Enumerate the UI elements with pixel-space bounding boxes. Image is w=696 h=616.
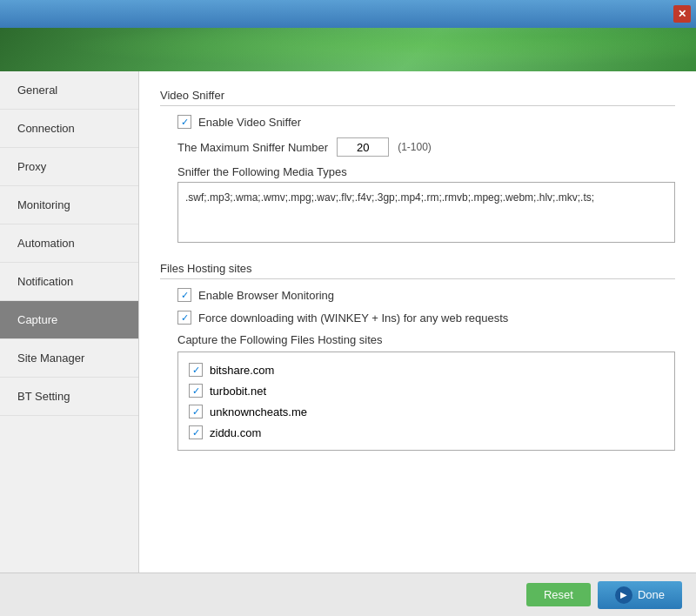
turbobit-label: turbobit.net xyxy=(210,385,266,398)
force-downloading-row[interactable]: Force downloading with (WINKEY + Ins) fo… xyxy=(177,311,675,325)
main-container: General Connection Proxy Monitoring Auto… xyxy=(0,71,696,572)
sniffer-range-hint: (1-100) xyxy=(398,141,432,153)
done-icon: ▶ xyxy=(615,586,632,604)
turbobit-checkbox[interactable] xyxy=(189,384,203,398)
enable-browser-monitoring-label: Enable Browser Monitoring xyxy=(198,289,334,302)
list-item[interactable]: ziddu.com xyxy=(189,422,664,443)
files-hosting-section: Files Hosting sites Enable Browser Monit… xyxy=(160,262,675,451)
sidebar-item-bt-setting[interactable]: BT Setting xyxy=(0,378,138,416)
media-types-label: Sniffer the Following Media Types xyxy=(177,165,675,178)
video-sniffer-title: Video Sniffer xyxy=(160,89,675,106)
sidebar-item-general[interactable]: General xyxy=(0,71,138,110)
video-sniffer-section: Video Sniffer Enable Video Sniffer The M… xyxy=(160,89,675,243)
sidebar-label-capture: Capture xyxy=(17,313,57,326)
bottom-bar: Reset ▶ Done xyxy=(0,572,696,616)
sidebar-label-general: General xyxy=(17,84,57,97)
sidebar-label-site-manager: Site Manager xyxy=(17,352,84,365)
capture-list-label: Capture the Following Files Hosting site… xyxy=(177,333,675,346)
max-sniffer-input[interactable] xyxy=(337,137,389,157)
sidebar-label-bt-setting: BT Setting xyxy=(17,390,70,403)
force-downloading-checkbox[interactable] xyxy=(177,311,191,325)
content-area: Video Sniffer Enable Video Sniffer The M… xyxy=(139,71,696,572)
unknowncheats-checkbox[interactable] xyxy=(189,405,203,418)
close-icon: ✕ xyxy=(678,8,686,20)
enable-video-sniffer-row[interactable]: Enable Video Sniffer xyxy=(177,115,675,129)
enable-video-sniffer-checkbox[interactable] xyxy=(177,115,191,129)
reset-button[interactable]: Reset xyxy=(526,583,591,606)
sidebar-label-proxy: Proxy xyxy=(17,160,46,173)
enable-browser-monitoring-row[interactable]: Enable Browser Monitoring xyxy=(177,288,675,302)
sidebar-item-connection[interactable]: Connection xyxy=(0,110,138,148)
title-bar: ✕ xyxy=(0,0,696,28)
sidebar-label-notification: Notification xyxy=(17,275,73,288)
done-label: Done xyxy=(638,588,665,601)
sidebar-item-automation[interactable]: Automation xyxy=(0,224,138,263)
max-sniffer-row: The Maximum Sniffer Number (1-100) xyxy=(177,137,675,157)
capture-list: bitshare.com turbobit.net unknowncheats.… xyxy=(177,352,675,451)
files-hosting-title: Files Hosting sites xyxy=(160,262,675,279)
bitshare-checkbox[interactable] xyxy=(189,363,203,377)
ziddu-label: ziddu.com xyxy=(210,426,261,439)
ziddu-checkbox[interactable] xyxy=(189,425,203,439)
enable-video-sniffer-label: Enable Video Sniffer xyxy=(198,116,301,129)
media-types-box[interactable]: .swf;.mp3;.wma;.wmv;.mpg;.wav;.flv;.f4v;… xyxy=(177,182,675,243)
sidebar-label-monitoring: Monitoring xyxy=(17,198,70,211)
sidebar-label-connection: Connection xyxy=(17,122,75,135)
sidebar-item-notification[interactable]: Notification xyxy=(0,263,138,301)
list-item[interactable]: unknowncheats.me xyxy=(189,401,664,422)
video-sniffer-inner: Enable Video Sniffer The Maximum Sniffer… xyxy=(160,115,675,243)
bitshare-label: bitshare.com xyxy=(210,364,274,377)
close-button[interactable]: ✕ xyxy=(673,5,691,23)
max-sniffer-label: The Maximum Sniffer Number xyxy=(177,141,328,154)
sidebar-item-proxy[interactable]: Proxy xyxy=(0,148,138,186)
enable-browser-monitoring-checkbox[interactable] xyxy=(177,288,191,302)
sidebar: General Connection Proxy Monitoring Auto… xyxy=(0,71,139,572)
sidebar-label-automation: Automation xyxy=(17,237,75,250)
done-button[interactable]: ▶ Done xyxy=(598,581,682,609)
sidebar-item-site-manager[interactable]: Site Manager xyxy=(0,339,138,378)
list-item[interactable]: turbobit.net xyxy=(189,380,664,401)
unknowncheats-label: unknowncheats.me xyxy=(210,405,307,418)
header-image xyxy=(0,28,696,71)
list-item[interactable]: bitshare.com xyxy=(189,359,664,380)
files-hosting-inner: Enable Browser Monitoring Force download… xyxy=(160,288,675,451)
sidebar-item-capture[interactable]: Capture xyxy=(0,301,138,339)
sidebar-item-monitoring[interactable]: Monitoring xyxy=(0,186,138,224)
force-downloading-label: Force downloading with (WINKEY + Ins) fo… xyxy=(198,311,508,325)
